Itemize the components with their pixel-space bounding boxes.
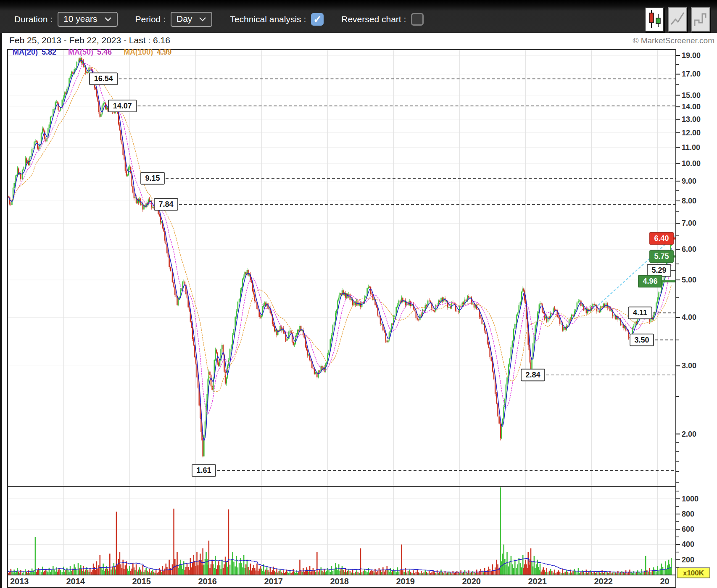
volume-bars [8, 488, 672, 575]
candles-and-mas [8, 56, 675, 457]
svg-text:2020: 2020 [462, 577, 481, 586]
svg-text:13.00: 13.00 [682, 115, 701, 124]
svg-text:200: 200 [682, 556, 694, 564]
step-chart-icon [692, 8, 709, 31]
svg-text:5.29: 5.29 [651, 266, 666, 274]
legend-item-ma20: MA(20) 5.82 [13, 48, 56, 57]
svg-text:11.00: 11.00 [682, 143, 700, 152]
technical-analysis-label: Technical analysis : [230, 14, 306, 24]
chart-region: Feb 25, 2013 - Feb 22, 2023 - Last : 6.1… [0, 33, 717, 588]
svg-text:6.00: 6.00 [682, 245, 696, 253]
copyright-text: © MarketScreener.com [633, 36, 714, 45]
svg-text:1.61: 1.61 [196, 466, 211, 475]
svg-text:600: 600 [682, 525, 694, 533]
technical-analysis-checkbox[interactable]: ✓ [311, 13, 324, 26]
svg-text:15.00: 15.00 [682, 91, 701, 100]
svg-text:2018: 2018 [330, 577, 349, 586]
svg-text:4.11: 4.11 [633, 309, 647, 317]
svg-text:x100K: x100K [683, 569, 704, 577]
svg-text:16.54: 16.54 [94, 74, 113, 83]
chart-frame [8, 50, 676, 588]
ma20-label: MA(20) [13, 48, 38, 57]
svg-text:1000: 1000 [682, 495, 699, 503]
ma100-value: 4.99 [157, 48, 171, 57]
svg-text:9.15: 9.15 [145, 174, 160, 182]
duration-select[interactable]: 10 years [58, 12, 118, 27]
svg-text:7.84: 7.84 [158, 200, 173, 208]
chart-type-candlestick-button[interactable] [645, 7, 664, 32]
chart-type-line-button[interactable] [668, 7, 687, 32]
svg-text:14.07: 14.07 [113, 102, 132, 110]
check-icon: ✓ [313, 13, 322, 25]
svg-text:5.75: 5.75 [654, 252, 669, 261]
reversed-chart-checkbox[interactable] [411, 13, 424, 26]
ma20-value: 5.82 [42, 48, 56, 57]
svg-text:2019: 2019 [396, 577, 415, 586]
svg-text:3.00: 3.00 [682, 361, 696, 370]
stock-chart-screen: Duration : 10 years Period : Day Technic… [0, 0, 717, 588]
svg-text:2022: 2022 [594, 577, 613, 586]
chevron-down-icon [199, 14, 206, 24]
svg-text:2015: 2015 [132, 577, 151, 586]
line-chart-icon [669, 8, 686, 31]
svg-text:7.00: 7.00 [682, 219, 696, 227]
svg-text:2.00: 2.00 [682, 430, 696, 438]
svg-text:2021: 2021 [528, 577, 547, 586]
svg-text:2.84: 2.84 [525, 371, 540, 379]
reversed-chart-label: Reversed chart : [341, 14, 406, 24]
ma50-label: MA(50) [68, 48, 93, 57]
svg-text:4.00: 4.00 [682, 313, 696, 322]
svg-text:2014: 2014 [66, 577, 85, 586]
svg-text:800: 800 [682, 510, 694, 518]
chart-type-buttons [645, 7, 710, 32]
chart-type-step-button[interactable] [691, 7, 710, 32]
svg-text:400: 400 [682, 540, 694, 548]
svg-text:2017: 2017 [264, 577, 283, 586]
ma100-label: MA(100) [124, 48, 153, 57]
period-select[interactable]: Day [171, 12, 212, 27]
period-value: Day [177, 14, 192, 24]
svg-text:14.00: 14.00 [682, 103, 701, 111]
svg-text:20: 20 [660, 577, 669, 586]
svg-text:10.00: 10.00 [682, 159, 701, 168]
ma50-value: 5.46 [97, 48, 112, 57]
svg-text:5.00: 5.00 [682, 276, 696, 284]
candlestick-icon [646, 8, 663, 31]
chevron-down-icon [104, 14, 112, 24]
svg-text:3.50: 3.50 [634, 336, 649, 344]
svg-text:12.00: 12.00 [682, 129, 701, 137]
svg-text:17.00: 17.00 [682, 70, 701, 78]
duration-label: Duration : [14, 14, 53, 24]
price-chart[interactable]: 16.5414.079.157.846.405.755.294.964.113.… [0, 33, 717, 588]
svg-text:2016: 2016 [198, 577, 217, 586]
svg-text:4.96: 4.96 [643, 277, 657, 285]
period-label: Period : [135, 14, 166, 24]
svg-text:9.00: 9.00 [682, 177, 696, 185]
svg-text:6.40: 6.40 [654, 234, 669, 243]
svg-text:19.00: 19.00 [682, 51, 701, 60]
legend-item-ma100: MA(100) 4.99 [124, 48, 171, 57]
duration-value: 10 years [63, 14, 98, 24]
ma-legend: MA(20) 5.82 MA(50) 5.46 MA(100) 4.99 [13, 48, 171, 57]
svg-text:8.00: 8.00 [682, 197, 696, 205]
chart-toolbar: Duration : 10 years Period : Day Technic… [0, 0, 717, 33]
axis-ticks-and-labels: 19.0017.0015.0014.0013.0012.0011.0010.00… [10, 51, 710, 586]
left-edge-divider [0, 33, 2, 588]
svg-text:2013: 2013 [10, 577, 29, 586]
price-chart-svg[interactable]: 16.5414.079.157.846.405.755.294.964.113.… [0, 33, 717, 588]
price-level-labels: 16.5414.079.157.846.405.755.294.964.113.… [90, 73, 676, 476]
legend-item-ma50: MA(50) 5.46 [68, 48, 112, 57]
date-range-text: Feb 25, 2013 - Feb 22, 2023 - Last : 6.1… [9, 35, 170, 45]
